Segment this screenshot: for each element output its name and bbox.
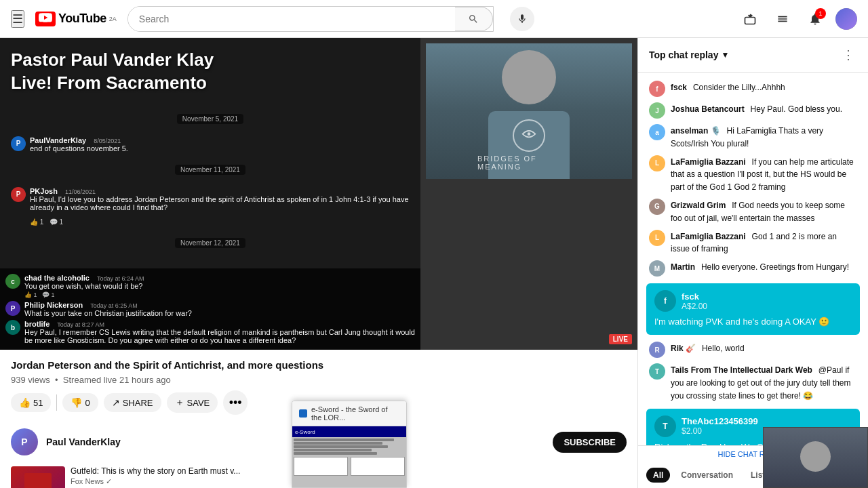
chat-item-1: J Joshua Betancourt Hey Paul. God bless … [638, 100, 868, 121]
chat-text-6: Hello everyone. Greetings from Hungary! [701, 262, 849, 272]
date-separator-1: November 5, 2021 [177, 114, 243, 124]
chat-message-5: LaFamiglia Bazzani God 1 and 2 is more a… [671, 230, 857, 256]
chat-item-extra-0: R Rik 🎸 Hello, world [638, 339, 868, 361]
bridges-text: BRIDGES OF MEANING [477, 155, 580, 171]
chat-username-0: fsck [671, 83, 687, 92]
chat-message-0: fsck Consider the Lilly...Ahhhh [671, 81, 785, 94]
chat-username-6: Martin [671, 262, 695, 272]
chat-item-5: L LaFamiglia Bazzani God 1 and 2 is more… [638, 227, 868, 258]
overlay-chat-content-4: Philip Nickerson Today at 6:25 AM What i… [24, 301, 192, 317]
mini-video-player[interactable] [763, 427, 868, 488]
esword-line-4 [294, 449, 372, 451]
chat-username-extra-0: Rik 🎸 [671, 344, 696, 353]
chat-username-5: LaFamiglia Bazzani [671, 232, 746, 241]
person-head [502, 50, 556, 104]
person-image: BRIDGES OF MEANING [426, 43, 632, 179]
chat-username-extra-1: Tails From The Intellectual Dark Web [671, 365, 812, 375]
video-thumbnail-area: BRIDGES OF MEANING [420, 38, 637, 350]
esword-panel-right [351, 457, 405, 476]
avatar[interactable] [835, 8, 857, 30]
chat-item-3: L LaFamiglia Bazzani If you can help me … [638, 152, 868, 196]
video-player[interactable]: Pastor Paul Vander Klay Live! From Sacra… [0, 38, 637, 350]
rec-thumbnail-1 [11, 466, 65, 488]
more-actions-button[interactable]: ••• [223, 390, 248, 415]
header: ☰ YouTube2A 1 [0, 0, 868, 38]
channel-avatar: P [11, 428, 38, 455]
share-button[interactable]: ↗ SHARE [104, 393, 161, 412]
superchat-name-1: fsck [682, 291, 707, 302]
save-label: SAVE [187, 398, 210, 408]
overlay-chat-content-3: chad the alcoholic Today at 6:24 AM You … [24, 274, 144, 298]
hamburger-menu-button[interactable]: ☰ [11, 10, 24, 28]
chat-message-2: anselman 🎙️ Hi LaFamiglia Thats a very S… [671, 124, 857, 150]
esword-app-icon [299, 409, 307, 418]
taskbar-popup-title: e-Sword - the Sword of the LOR... [311, 405, 399, 422]
video-chat-user-2: PKJosh [30, 187, 58, 195]
notifications-button[interactable]: 1 [803, 7, 827, 31]
overlay-chat-text-4: What is your take on Christian justifica… [24, 309, 192, 317]
chat-text-0: Consider the Lilly...Ahhhh [693, 83, 785, 92]
chat-more-button[interactable]: ⋮ [840, 45, 857, 65]
chat-avatar-4: G [649, 199, 665, 215]
superchat-amount-2: $2.00 [682, 426, 758, 436]
search-button[interactable] [455, 7, 493, 31]
bridges-circle-icon [513, 119, 545, 152]
save-button[interactable]: ＋ SAVE [167, 392, 218, 413]
esword-title-bar: e-Sword [295, 429, 315, 435]
search-bar [127, 6, 494, 32]
taskbar-popup[interactable]: e-Sword - the Sword of the LOR... e-Swor… [292, 401, 407, 488]
video-chat-time-1: 8/05/2021 [94, 138, 121, 144]
chat-messages-list: f fsck Consider the Lilly...Ahhhh J Josh… [638, 73, 868, 445]
live-badge: LIVE [609, 334, 632, 344]
chat-avatar-3: L [649, 155, 665, 171]
chat-item-4: G Grizwald Grim If God needs you to keep… [638, 196, 868, 227]
overlay-chat-avatar-5: b [5, 320, 20, 335]
superchat-header-1: f fsck A$2.00 [654, 290, 852, 312]
chat-item-extra-1: T Tails From The Intellectual Dark Web @… [638, 361, 868, 404]
apps-button[interactable] [770, 7, 795, 31]
upload-button[interactable] [738, 7, 762, 31]
chat-username-1: Joshua Betancourt [671, 104, 745, 114]
video-chat-time-2: 11/06/2021 [65, 188, 96, 195]
esword-line-2 [294, 442, 382, 445]
superchat-name-2: TheAbc123456399 [682, 416, 758, 426]
search-input[interactable] [128, 7, 455, 31]
chat-message-extra-0: Rik 🎸 Hello, world [671, 342, 745, 354]
taskbar-popup-header: e-Sword - the Sword of the LOR... [292, 401, 406, 426]
chat-message-3: LaFamiglia Bazzani If you can help me ar… [671, 155, 857, 193]
share-icon: ↗ [112, 397, 120, 408]
chat-avatar-0: f [649, 81, 665, 97]
tab-conversation[interactable]: Conversation [674, 468, 740, 483]
superchat-amount-1: A$2.00 [682, 302, 707, 311]
chat-username-3: LaFamiglia Bazzani [671, 157, 746, 167]
chat-text-1: Hey Paul. God bless you. [751, 104, 842, 114]
overlay-chat-row-5: b brotlife Today at 8:27 AM Hey Paul, I … [5, 320, 415, 344]
superchat-message-1: I'm watching PVK and he's doing A OKAY 🙂 [654, 316, 852, 328]
esword-line-1 [294, 439, 394, 441]
chat-text-extra-0: Hello, world [702, 344, 745, 353]
video-chat-avatar-2: P [11, 187, 26, 202]
youtube-logo[interactable]: YouTube2A [35, 12, 117, 26]
video-chat-text-2: Hi Paul, I'd love you to address Jordan … [30, 195, 409, 211]
chat-message-4: Grizwald Grim If God needs you to keep s… [671, 199, 857, 224]
chat-avatar-6: M [649, 260, 665, 277]
mic-button[interactable] [510, 7, 534, 31]
chat-avatar-5: L [649, 230, 665, 246]
overlay-chat-time-3: Today at 6:24 AM [97, 275, 144, 282]
video-chat-row-2-likes: 👍 1 💬 1 [11, 218, 410, 226]
like-button[interactable]: 👍 51 [11, 393, 51, 412]
chat-item-6: M Martin Hello everyone. Greetings from … [638, 258, 868, 279]
chat-header: Top chat replay ▼ ⋮ [638, 38, 868, 73]
tab-all[interactable]: All [646, 468, 670, 483]
overlay-chat-row-3: c chad the alcoholic Today at 6:24 AM Yo… [5, 274, 415, 298]
subscribe-button[interactable]: SUBSCRIBE [553, 432, 627, 453]
chat-avatar-extra-1: T [649, 363, 665, 380]
video-overlay-title: Pastor Paul Vander Klay Live! From Sacra… [11, 49, 269, 95]
video-chat-row-1: P PaulVanderKlay 8/05/2021 end of questi… [11, 136, 410, 152]
esword-line-3 [294, 445, 388, 448]
mini-person-head [800, 441, 831, 472]
share-label: SHARE [123, 398, 153, 408]
main-content: Pastor Paul Vander Klay Live! From Sacra… [0, 38, 868, 488]
dislike-button[interactable]: 👎 0 [62, 393, 98, 412]
video-chat-row-2: P PKJosh 11/06/2021 Hi Paul, I'd love yo… [11, 187, 410, 211]
